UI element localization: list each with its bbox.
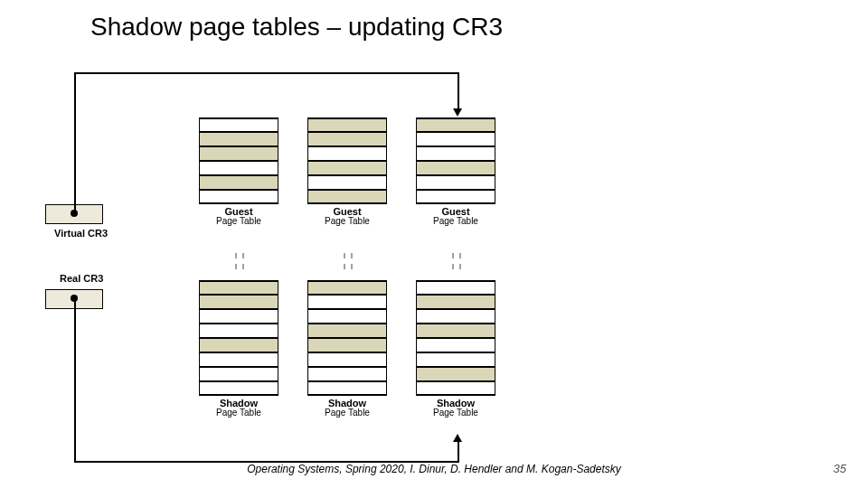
table-row xyxy=(307,352,387,367)
table-row xyxy=(416,280,495,295)
table-row xyxy=(199,146,278,161)
table-row xyxy=(199,190,278,204)
rcr3-arrow-v1 xyxy=(74,298,76,463)
vcr3-arrow-v2 xyxy=(458,72,459,110)
dashed-connector xyxy=(344,253,345,269)
dashed-connector xyxy=(452,253,454,269)
table-row xyxy=(416,309,495,324)
shadow-sublabel: Page Table xyxy=(199,408,278,418)
table-row xyxy=(199,381,278,396)
guest-sublabel: Page Table xyxy=(199,217,278,226)
guest-table-1: Guest Page Table xyxy=(307,117,387,226)
vcr3-arrowhead xyxy=(453,108,462,117)
table-row xyxy=(199,132,278,146)
dashed-connector xyxy=(459,253,461,269)
table-row xyxy=(199,324,278,338)
table-row xyxy=(307,175,387,190)
footer-citation: Operating Systems, Spring 2020, I. Dinur… xyxy=(0,463,868,475)
virtual-cr3-label: Virtual CR3 xyxy=(54,228,108,239)
table-row xyxy=(307,117,387,132)
table-row xyxy=(307,295,387,309)
guest-table-0: Guest Page Table xyxy=(199,117,278,226)
table-row xyxy=(307,381,387,396)
table-row xyxy=(199,280,278,295)
dashed-connector xyxy=(235,253,237,269)
diagram-area: Virtual CR3 Real CR3 Guest Page Table Gu… xyxy=(127,63,579,443)
table-row xyxy=(416,175,495,190)
table-row xyxy=(307,161,387,175)
table-row xyxy=(416,338,495,352)
table-row xyxy=(416,324,495,338)
table-row xyxy=(199,161,278,175)
rcr3-arrowhead xyxy=(453,434,462,442)
dashed-connector xyxy=(242,253,244,269)
table-row xyxy=(199,175,278,190)
guest-sublabel: Page Table xyxy=(307,217,387,226)
shadow-table-0: Shadow Page Table xyxy=(199,280,278,418)
table-row xyxy=(307,280,387,295)
real-cr3-label: Real CR3 xyxy=(60,273,103,284)
vcr3-arrow-v1 xyxy=(74,72,76,213)
shadow-sublabel: Page Table xyxy=(416,408,495,418)
guest-sublabel: Page Table xyxy=(416,217,495,226)
table-row xyxy=(416,190,495,204)
table-row xyxy=(307,324,387,338)
table-row xyxy=(416,367,495,381)
rcr3-arrow-v2 xyxy=(458,441,459,463)
table-row xyxy=(307,367,387,381)
table-row xyxy=(199,309,278,324)
table-row xyxy=(307,309,387,324)
shadow-table-1: Shadow Page Table xyxy=(307,280,387,418)
table-row xyxy=(307,146,387,161)
table-row xyxy=(199,338,278,352)
table-row xyxy=(199,117,278,132)
table-row xyxy=(416,132,495,146)
table-row xyxy=(416,295,495,309)
table-row xyxy=(416,117,495,132)
table-row xyxy=(307,132,387,146)
vcr3-arrow-h xyxy=(74,72,459,74)
table-row xyxy=(416,161,495,175)
shadow-sublabel: Page Table xyxy=(307,408,387,418)
table-row xyxy=(199,367,278,381)
table-row xyxy=(307,338,387,352)
page-number: 35 xyxy=(834,462,846,475)
table-row xyxy=(199,352,278,367)
table-row xyxy=(416,352,495,367)
table-row xyxy=(416,146,495,161)
shadow-table-2: Shadow Page Table xyxy=(416,280,495,418)
guest-table-2: Guest Page Table xyxy=(416,117,495,226)
table-row xyxy=(199,295,278,309)
table-row xyxy=(416,381,495,396)
slide-title: Shadow page tables – updating CR3 xyxy=(0,0,868,42)
table-row xyxy=(307,190,387,204)
dashed-connector xyxy=(351,253,353,269)
